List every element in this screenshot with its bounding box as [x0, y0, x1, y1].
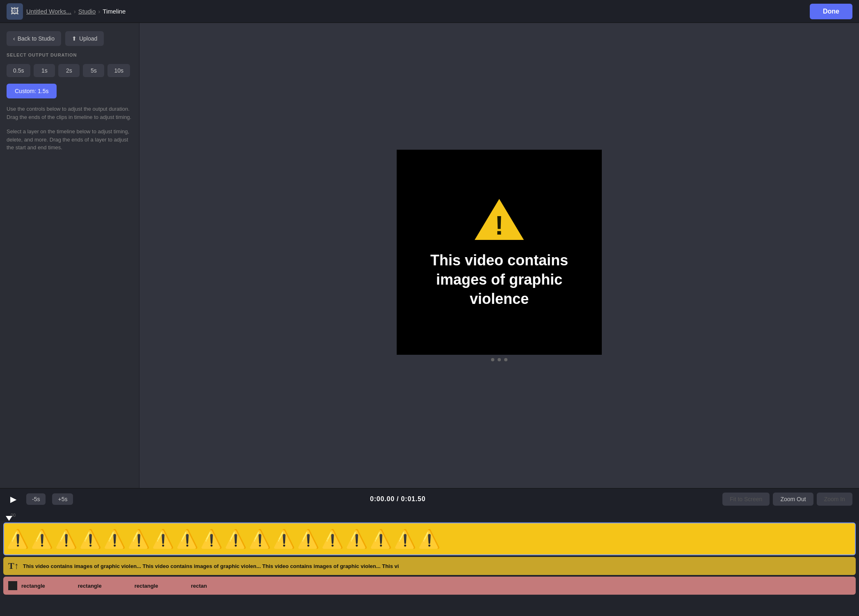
- warn-icon-7: ⚠️: [152, 530, 174, 548]
- warn-icon-6: ⚠️: [128, 530, 150, 548]
- warn-icon-1: ⚠️: [7, 530, 29, 548]
- time-display: 0:00.00 / 0:01.50: [80, 495, 716, 503]
- upload-icon: ⬆: [72, 35, 77, 42]
- warn-icon-14: ⚠️: [321, 530, 344, 548]
- warn-icon-15: ⚠️: [345, 530, 368, 548]
- breadcrumb-studio[interactable]: Studio: [78, 8, 96, 15]
- main-area: ‹ Back to Studio ⬆ Upload SELECT OUTPUT …: [0, 23, 859, 488]
- app-icon: 🖼: [7, 3, 23, 20]
- timeline-controls: ▶ -5s +5s 0:00.00 / 0:01.50 Fit to Scree…: [0, 488, 859, 509]
- warning-triangle-icon: !: [473, 196, 526, 243]
- timeline-ruler: 00: [0, 509, 859, 521]
- fit-to-screen-button[interactable]: Fit to Screen: [722, 493, 770, 506]
- video-track[interactable]: ⚠️ ⚠️ ⚠️ ⚠️ ⚠️ ⚠️ ⚠️ ⚠️ ⚠️ ⚠️ ⚠️ ⚠️ ⚠️ ⚠…: [3, 522, 856, 555]
- svg-text:!: !: [495, 211, 503, 240]
- timeline-tracks: ⚠️ ⚠️ ⚠️ ⚠️ ⚠️ ⚠️ ⚠️ ⚠️ ⚠️ ⚠️ ⚠️ ⚠️ ⚠️ ⚠…: [0, 521, 859, 616]
- breadcrumb-workspace[interactable]: Untitled Works...: [26, 8, 71, 15]
- back-icon: ‹: [13, 35, 15, 42]
- warn-icon-10: ⚠️: [224, 530, 247, 548]
- breadcrumb: Untitled Works... › Studio › Timeline: [26, 8, 126, 15]
- rect-label-2: rectangle: [78, 583, 102, 589]
- duration-buttons: 0.5s 1s 2s 5s 10s: [7, 64, 133, 77]
- skip-back-button[interactable]: -5s: [26, 493, 46, 505]
- breadcrumb-sep2: ›: [98, 8, 100, 15]
- preview-dot-1: [491, 358, 494, 361]
- video-preview: ! This video contains images of graphic …: [397, 150, 602, 355]
- video-warning-text: This video contains images of graphic vi…: [397, 251, 602, 308]
- warn-icon-11: ⚠️: [249, 530, 271, 548]
- rect-track-thumb: [8, 581, 17, 590]
- rect-repeat: rectangle rectangle rectangle rectan: [21, 583, 207, 589]
- text-track[interactable]: T↑ This video contains images of graphic…: [3, 557, 856, 575]
- upload-button[interactable]: ⬆ Upload: [65, 31, 104, 46]
- warn-icon-9: ⚠️: [200, 530, 223, 548]
- skip-forward-button[interactable]: +5s: [52, 493, 73, 505]
- warn-icon-2: ⚠️: [31, 530, 53, 548]
- rect-label-3: rectangle: [135, 583, 158, 589]
- done-button[interactable]: Done: [810, 4, 852, 19]
- warn-icon-13: ⚠️: [297, 530, 320, 548]
- preview-dot-2: [498, 358, 501, 361]
- warn-icon-18: ⚠️: [418, 530, 441, 548]
- top-bar-left: 🖼 Untitled Works... › Studio › Timeline: [7, 3, 126, 20]
- rect-label-4: rectan: [191, 583, 207, 589]
- warn-icon-5: ⚠️: [103, 530, 126, 548]
- text-track-label: This video contains images of graphic vi…: [23, 563, 399, 569]
- duration-0.5s[interactable]: 0.5s: [7, 64, 30, 77]
- sidebar: ‹ Back to Studio ⬆ Upload SELECT OUTPUT …: [0, 23, 139, 488]
- playhead-marker[interactable]: [6, 516, 12, 521]
- total-time: 0:01.50: [401, 495, 426, 502]
- time-separator: /: [397, 495, 401, 502]
- duration-2s[interactable]: 2s: [58, 64, 80, 77]
- duration-5s[interactable]: 5s: [83, 64, 104, 77]
- timeline-right-buttons: Fit to Screen Zoom Out Zoom In: [722, 493, 852, 506]
- section-label: SELECT OUTPUT DURATION: [7, 52, 133, 57]
- back-to-studio-button[interactable]: ‹ Back to Studio: [7, 31, 61, 46]
- preview-dot-3: [504, 358, 507, 361]
- duration-10s[interactable]: 10s: [107, 64, 130, 77]
- zoom-out-button[interactable]: Zoom Out: [773, 493, 813, 506]
- warn-icon-17: ⚠️: [394, 530, 416, 548]
- hint-text-1: Use the controls below to adjust the out…: [7, 105, 133, 121]
- custom-duration-button[interactable]: Custom: 1.5s: [7, 84, 57, 98]
- zoom-in-button[interactable]: Zoom In: [817, 493, 852, 506]
- preview-area: ! This video contains images of graphic …: [139, 23, 859, 488]
- warn-icon-16: ⚠️: [370, 530, 392, 548]
- preview-dots: [491, 358, 507, 361]
- rect-label-1: rectangle: [21, 583, 45, 589]
- warn-icon-8: ⚠️: [176, 530, 199, 548]
- warn-icon-4: ⚠️: [79, 530, 102, 548]
- top-bar: 🖼 Untitled Works... › Studio › Timeline …: [0, 0, 859, 23]
- duration-1s[interactable]: 1s: [34, 64, 55, 77]
- text-track-icon: T↑: [8, 561, 19, 571]
- rect-track[interactable]: rectangle rectangle rectangle rectan: [3, 577, 856, 595]
- warn-icon-3: ⚠️: [55, 530, 78, 548]
- play-button[interactable]: ▶: [7, 493, 20, 506]
- hint-text-2: Select a layer on the timeline below to …: [7, 128, 133, 152]
- warning-icons-row: ⚠️ ⚠️ ⚠️ ⚠️ ⚠️ ⚠️ ⚠️ ⚠️ ⚠️ ⚠️ ⚠️ ⚠️ ⚠️ ⚠…: [4, 523, 855, 554]
- timeline-area: 00 ⚠️ ⚠️ ⚠️ ⚠️ ⚠️ ⚠️ ⚠️ ⚠️ ⚠️ ⚠️ ⚠️ ⚠️ ⚠…: [0, 509, 859, 616]
- warn-icon-12: ⚠️: [273, 530, 295, 548]
- breadcrumb-current: Timeline: [103, 8, 126, 15]
- breadcrumb-sep1: ›: [74, 8, 76, 15]
- current-time: 0:00.00: [370, 495, 395, 502]
- sidebar-top-buttons: ‹ Back to Studio ⬆ Upload: [7, 31, 133, 46]
